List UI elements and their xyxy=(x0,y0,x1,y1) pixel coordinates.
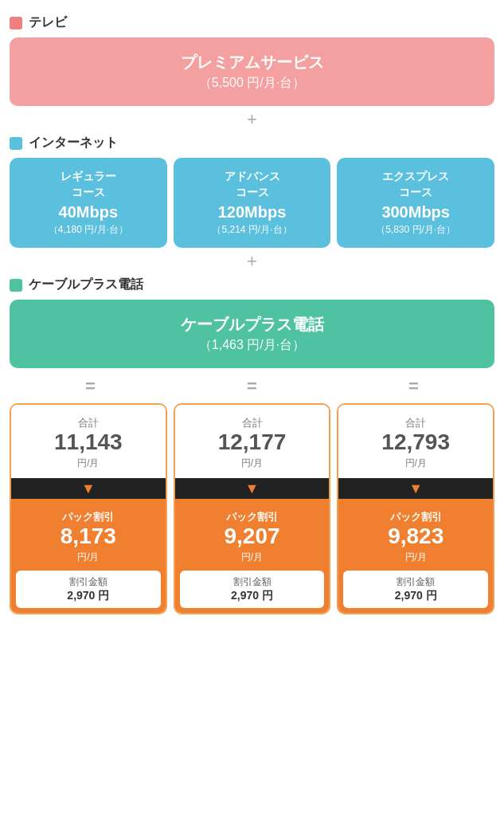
disc-amount-3: 9,823 xyxy=(343,524,488,549)
internet-section-label: インターネット xyxy=(29,135,118,151)
net-card-regular-speed: 40Mbps xyxy=(14,203,162,222)
summary-label-1: 合計 xyxy=(16,416,161,430)
equals-sign-3: = xyxy=(333,376,494,397)
phone-block-price: （1,463 円/月·台） xyxy=(18,337,486,354)
summary-bottom-2: パック割引 9,207 円/月 割引金額 2,970 円 xyxy=(175,499,330,613)
disc-unit-3: 円/月 xyxy=(343,551,488,564)
summary-amount-3: 12,793 xyxy=(343,430,488,455)
summary-unit-2: 円/月 xyxy=(180,457,325,470)
net-card-advance-title: アドバンスコース xyxy=(178,169,326,200)
net-card-regular-title: レギュラーコース xyxy=(14,169,162,200)
summary-amount-1: 11,143 xyxy=(16,430,161,455)
plus-sign-1: + xyxy=(10,111,494,128)
disc-reduction-2: 割引金額 2,970 円 xyxy=(180,571,325,608)
equals-sign-1: = xyxy=(10,376,171,397)
red-amount-3: 2,970 円 xyxy=(346,589,485,603)
net-card-advance-price: （5,214 円/月·台） xyxy=(178,223,326,237)
equals-sign-2: = xyxy=(171,376,333,397)
arrow-divider-3: ▼ xyxy=(338,478,493,499)
net-card-advance-speed: 120Mbps xyxy=(178,203,326,222)
summary-top-2: 合計 12,177 円/月 xyxy=(175,405,330,478)
equals-row: = = = xyxy=(10,376,494,397)
disc-unit-1: 円/月 xyxy=(16,551,161,564)
red-amount-2: 2,970 円 xyxy=(183,589,322,603)
arrow-divider-1: ▼ xyxy=(11,478,166,499)
net-card-express-speed: 300Mbps xyxy=(342,203,490,222)
net-card-regular-price: （4,180 円/月·台） xyxy=(14,223,162,237)
tv-premium-price: （5,500 円/月·台） xyxy=(18,75,486,92)
tv-section-header: テレビ xyxy=(10,14,494,31)
summary-unit-3: 円/月 xyxy=(343,457,488,470)
disc-label-3: パック割引 xyxy=(343,510,488,524)
disc-label-1: パック割引 xyxy=(16,510,161,524)
summary-top-3: 合計 12,793 円/月 xyxy=(338,405,493,478)
tv-premium-title: プレミアムサービス xyxy=(18,52,486,73)
summary-cards: 合計 11,143 円/月 ▼ パック割引 8,173 円/月 割引金額 2,9… xyxy=(10,403,494,614)
internet-header-left: インターネット xyxy=(10,135,118,151)
internet-cards: レギュラーコース 40Mbps （4,180 円/月·台） アドバンスコース 1… xyxy=(10,158,494,248)
net-icon xyxy=(10,137,22,150)
summary-card-3: 合計 12,793 円/月 ▼ パック割引 9,823 円/月 割引金額 2,9… xyxy=(337,403,494,614)
red-amount-1: 2,970 円 xyxy=(19,589,158,603)
summary-card-1: 合計 11,143 円/月 ▼ パック割引 8,173 円/月 割引金額 2,9… xyxy=(10,403,167,614)
disc-reduction-3: 割引金額 2,970 円 xyxy=(343,571,488,608)
tv-icon xyxy=(10,17,22,29)
summary-label-3: 合計 xyxy=(343,416,488,430)
disc-unit-2: 円/月 xyxy=(180,551,325,564)
phone-block-title: ケーブルプラス電話 xyxy=(18,314,486,335)
red-label-3: 割引金額 xyxy=(346,575,485,589)
net-card-express-title: エクスプレスコース xyxy=(342,169,490,200)
summary-card-2: 合計 12,177 円/月 ▼ パック割引 9,207 円/月 割引金額 2,9… xyxy=(174,403,331,614)
plus-sign-2: + xyxy=(10,253,494,270)
red-label-1: 割引金額 xyxy=(19,575,158,589)
tv-section-label: テレビ xyxy=(29,14,67,31)
tv-premium-block: プレミアムサービス （5,500 円/月·台） xyxy=(10,37,494,106)
summary-top-1: 合計 11,143 円/月 xyxy=(11,405,166,478)
net-card-advance: アドバンスコース 120Mbps （5,214 円/月·台） xyxy=(174,158,331,248)
summary-bottom-1: パック割引 8,173 円/月 割引金額 2,970 円 xyxy=(11,499,166,613)
summary-unit-1: 円/月 xyxy=(16,457,161,470)
summary-amount-2: 12,177 xyxy=(180,430,325,455)
phone-icon xyxy=(10,279,22,292)
disc-amount-1: 8,173 xyxy=(16,524,161,549)
phone-section-label: ケーブルプラス電話 xyxy=(29,277,143,293)
net-card-express-price: （5,830 円/月·台） xyxy=(342,223,490,237)
summary-bottom-3: パック割引 9,823 円/月 割引金額 2,970 円 xyxy=(338,499,493,613)
phone-section-header: ケーブルプラス電話 xyxy=(10,277,494,293)
summary-label-2: 合計 xyxy=(180,416,325,430)
arrow-divider-2: ▼ xyxy=(175,478,330,499)
red-label-2: 割引金額 xyxy=(183,575,322,589)
net-card-regular: レギュラーコース 40Mbps （4,180 円/月·台） xyxy=(10,158,167,248)
phone-block: ケーブルプラス電話 （1,463 円/月·台） xyxy=(10,300,494,368)
net-card-express: エクスプレスコース 300Mbps （5,830 円/月·台） xyxy=(337,158,494,248)
disc-label-2: パック割引 xyxy=(180,510,325,524)
disc-reduction-1: 割引金額 2,970 円 xyxy=(16,571,161,608)
phone-header-left: ケーブルプラス電話 xyxy=(10,277,143,293)
internet-section-header: インターネット xyxy=(10,135,494,151)
disc-amount-2: 9,207 xyxy=(180,524,325,549)
